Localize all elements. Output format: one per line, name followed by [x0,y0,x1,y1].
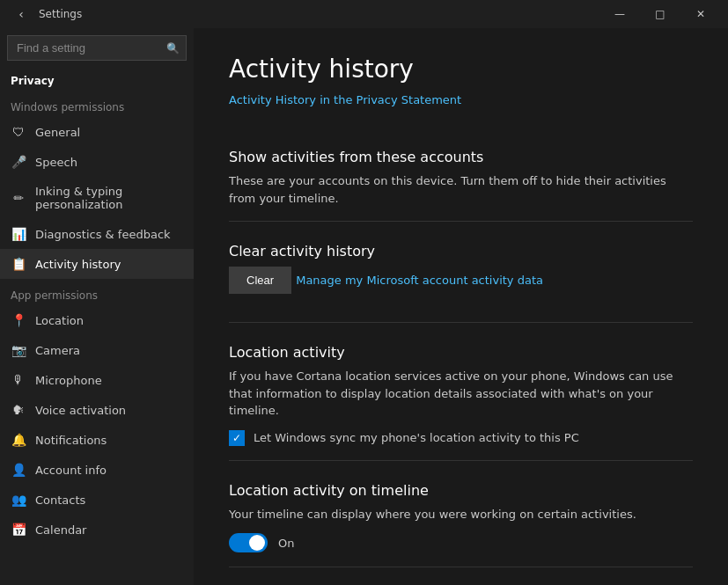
microphone-icon: 🎙 [11,373,26,387]
toggle-knob [249,535,265,551]
sidebar-item-label-notifications: Notifications [35,434,107,447]
show-activities-desc: These are your accounts on this device. … [229,172,693,207]
timeline-toggle[interactable] [229,533,268,552]
sync-location-label: Let Windows sync my phone's location act… [254,431,579,444]
contacts-icon: 👥 [11,493,26,507]
location-activity-title: Location activity [229,344,693,361]
page-title: Activity history [229,55,693,84]
account-icon: 👤 [11,463,26,477]
location-timeline-desc: Your timeline can display where you were… [229,506,693,523]
sidebar-item-location[interactable]: 📍 Location [0,305,194,335]
location-activity-desc: If you have Cortana location services ac… [229,368,693,420]
timeline-toggle-label: On [278,537,294,550]
divider-4 [229,567,693,567]
sidebar-item-label-voice: Voice activation [35,404,126,417]
search-icon: 🔍 [166,42,180,55]
sidebar-item-contacts[interactable]: 👥 Contacts [0,485,194,515]
sidebar-item-calendar[interactable]: 📅 Calendar [0,515,194,545]
sidebar-privacy-label: Privacy [0,68,194,91]
diagnostics-icon: 📊 [11,227,26,241]
sidebar: 🔍 Privacy Windows permissions 🛡 General … [0,28,194,585]
windows-permissions-group-label: Windows permissions [0,91,194,117]
sidebar-item-label-contacts: Contacts [35,494,85,507]
activity-icon: 📋 [11,257,26,271]
notifications-icon: 🔔 [11,433,26,447]
sidebar-item-speech[interactable]: 🎤 Speech [0,147,194,177]
camera-icon: 📷 [11,343,26,357]
search-container: 🔍 [7,35,187,61]
sidebar-item-microphone[interactable]: 🎙 Microphone [0,365,194,395]
sync-location-checkbox[interactable]: ✓ [229,430,245,446]
back-button[interactable]: ‹ [7,0,35,28]
sidebar-item-label-diagnostics: Diagnostics & feedback [35,228,171,241]
speech-icon: 🎤 [11,155,26,169]
calendar-icon: 📅 [11,523,26,537]
sidebar-item-label-inking: Inking & typing personalization [35,185,183,211]
main-content: Activity history Activity History in the… [194,28,728,585]
title-bar: ‹ Settings — □ ✕ [0,0,728,28]
search-input[interactable] [7,35,187,61]
sidebar-item-activity-history[interactable]: 📋 Activity history [0,249,194,279]
general-icon: 🛡 [11,125,26,139]
voice-icon: 🗣 [11,403,26,417]
sidebar-item-label-location: Location [35,314,84,327]
app-body: 🔍 Privacy Windows permissions 🛡 General … [0,28,728,585]
location-timeline-title: Location activity on timeline [229,482,693,499]
sync-location-row: ✓ Let Windows sync my phone's location a… [229,430,693,446]
close-button[interactable]: ✕ [680,0,721,28]
show-activities-title: Show activities from these accounts [229,149,693,165]
sidebar-item-camera[interactable]: 📷 Camera [0,335,194,365]
minimize-button[interactable]: — [599,0,640,28]
sidebar-item-label-account: Account info [35,464,107,477]
clear-activity-title: Clear activity history [229,243,693,260]
sidebar-item-label-calendar: Calendar [35,523,86,537]
sidebar-item-notifications[interactable]: 🔔 Notifications [0,425,194,455]
checkmark-icon: ✓ [232,433,241,443]
sidebar-item-general[interactable]: 🛡 General [0,117,194,147]
divider-1 [229,221,693,222]
sidebar-item-account-info[interactable]: 👤 Account info [0,455,194,485]
maximize-button[interactable]: □ [640,0,680,28]
app-permissions-group-label: App permissions [0,279,194,305]
window-controls: — □ ✕ [599,0,721,28]
sidebar-item-label-general: General [35,126,80,139]
app-title: Settings [39,8,82,20]
divider-2 [229,322,693,323]
manage-account-link[interactable]: Manage my Microsoft account activity dat… [296,274,543,287]
sidebar-item-label-activity: Activity history [35,258,121,271]
divider-3 [229,460,693,461]
privacy-statement-link[interactable]: Activity History in the Privacy Statemen… [229,93,461,106]
sidebar-item-label-microphone: Microphone [35,374,102,387]
sidebar-item-label-speech: Speech [35,156,77,169]
sidebar-item-label-camera: Camera [35,344,80,357]
sidebar-item-voice-activation[interactable]: 🗣 Voice activation [0,395,194,425]
clear-activity-button[interactable]: Clear [229,267,291,294]
location-icon: 📍 [11,313,26,327]
inking-icon: ✏ [11,191,26,205]
timeline-toggle-row: On [229,533,693,552]
sidebar-item-diagnostics[interactable]: 📊 Diagnostics & feedback [0,219,194,249]
sidebar-item-inking[interactable]: ✏ Inking & typing personalization [0,177,194,219]
